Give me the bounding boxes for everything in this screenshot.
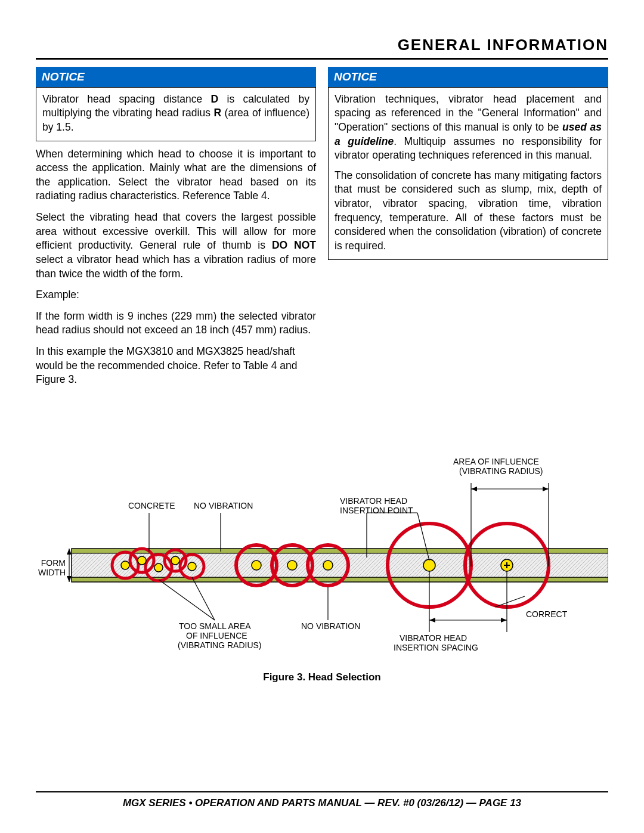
text: select a vibrator head which has a vibra… [36, 253, 316, 280]
svg-point-13 [188, 562, 196, 571]
diagram-head-selection: CONCRETE NO VIBRATION VIBRATOR HEAD INSE… [36, 441, 608, 668]
label-correct: CORRECT [526, 609, 567, 619]
do-not-bold: DO NOT [272, 239, 316, 251]
two-column-layout: NOTICE Vibrator head spacing distance D … [36, 67, 608, 394]
figure-3: CONCRETE NO VIBRATION VIBRATOR HEAD INSE… [36, 441, 608, 683]
example-label: Example: [36, 288, 316, 302]
notice-paragraph: The consolidation of concrete has many m… [335, 169, 602, 253]
footer-text: MGX SERIES • OPERATION AND PARTS MANUAL … [36, 797, 608, 809]
label-area-influence-l1: AREA OF INFLUENCE [453, 457, 539, 466]
notice-header-left: NOTICE [36, 67, 316, 87]
footer-rule [36, 791, 608, 792]
svg-line-39 [159, 580, 215, 620]
svg-point-18 [287, 561, 297, 570]
left-column: NOTICE Vibrator head spacing distance D … [36, 67, 316, 394]
svg-line-40 [192, 577, 215, 620]
notice-paragraph: Vibration techniques, vibrator head plac… [335, 92, 602, 163]
paragraph: When determining which head to choose it… [36, 147, 316, 204]
label-too-small-l1: TOO SMALL AREA [179, 621, 251, 631]
label-too-small-l3: (VIBRATING RADIUS) [178, 640, 262, 650]
label-spacing-l2: INSERTION SPACING [394, 643, 478, 652]
paragraph: In this example the MGX3810 and MGX3825 … [36, 345, 316, 387]
label-form-width-l2: WIDTH [36, 568, 66, 577]
svg-point-19 [323, 561, 333, 570]
label-no-vibration-bottom: NO VIBRATION [301, 621, 360, 631]
label-vibrator-head-l2: INSERTION POINT [340, 506, 413, 515]
title-rule [36, 58, 608, 60]
notice-box-left: Vibrator head spacing distance D is calc… [36, 87, 316, 141]
label-concrete: CONCRETE [128, 501, 175, 510]
page-footer: MGX SERIES • OPERATION AND PARTS MANUAL … [36, 791, 608, 809]
svg-marker-34 [471, 487, 477, 491]
notice-box-right: Vibration techniques, vibrator head plac… [328, 87, 608, 260]
text: Vibration techniques, vibrator head plac… [335, 93, 602, 133]
svg-marker-38 [67, 576, 72, 582]
paragraph: Select the vibrating head that covers th… [36, 210, 316, 281]
notice-header-right: NOTICE [328, 67, 608, 87]
figure-caption: Figure 3. Head Selection [36, 671, 608, 683]
paragraph: If the form width is 9 inches (229 mm) t… [36, 309, 316, 337]
label-no-vibration-top: NO VIBRATION [194, 501, 253, 510]
svg-marker-35 [543, 487, 549, 491]
letter-r: R [213, 107, 221, 119]
label-vibrator-head-l1: VIBRATOR HEAD [340, 496, 407, 506]
right-column: NOTICE Vibration techniques, vibrator he… [328, 67, 608, 394]
svg-point-12 [171, 556, 179, 565]
svg-point-10 [138, 556, 146, 565]
svg-marker-46 [501, 618, 507, 623]
svg-marker-45 [429, 618, 435, 623]
notice-text: Vibrator head spacing distance [42, 93, 211, 105]
svg-point-22 [423, 559, 435, 571]
svg-point-11 [154, 563, 163, 572]
letter-d: D [211, 93, 219, 105]
svg-marker-37 [67, 549, 72, 555]
label-area-influence-l2: (VIBRATING RADIUS) [459, 466, 543, 476]
svg-point-17 [252, 561, 261, 570]
svg-point-9 [121, 561, 129, 569]
label-spacing-l1: VIBRATOR HEAD [400, 633, 467, 643]
label-too-small-l2: OF INFLUENCE [186, 631, 247, 640]
section-title: General Information [36, 36, 608, 54]
label-form-width-l1: FORM [36, 558, 66, 568]
